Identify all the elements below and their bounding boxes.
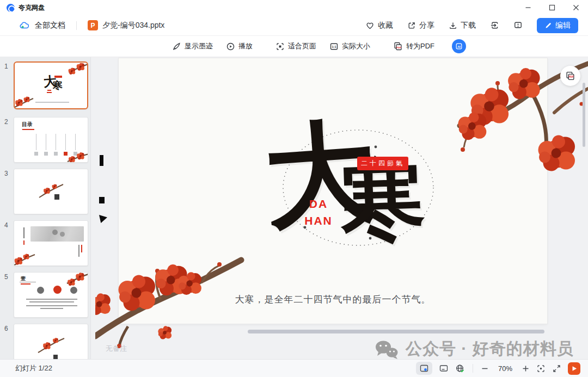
watermark-text: 公众号 · 好奇的材料员 bbox=[406, 338, 574, 359]
slide-thumbnail-3[interactable] bbox=[14, 169, 88, 214]
watermark: 公众号 · 好奇的材料员 bbox=[374, 338, 574, 359]
fit-page-button[interactable]: 适合页面 bbox=[275, 41, 316, 51]
play-circle-icon bbox=[226, 42, 235, 51]
viewer-toolbar: 显示墨迹 播放 适合页面 1:1 实际大小 bbox=[0, 36, 588, 57]
pinyin-da: DA bbox=[294, 195, 343, 212]
mini-vtext bbox=[78, 245, 79, 257]
all-docs-link[interactable]: 全部文档 bbox=[35, 21, 65, 30]
actual-size-button[interactable]: 1:1 实际大小 bbox=[329, 41, 370, 51]
actual-size-icon: 1:1 bbox=[329, 42, 339, 51]
play-slideshow-button[interactable]: 播放 bbox=[226, 41, 253, 51]
cloud-drive-icon bbox=[20, 21, 30, 30]
convert-pdf-icon: PDF bbox=[393, 41, 403, 51]
pptx-file-icon: P bbox=[88, 20, 98, 30]
mini-circle-red bbox=[53, 286, 62, 294]
thumb-number-2: 2 bbox=[4, 118, 8, 126]
mini-flower bbox=[38, 181, 64, 201]
panel-icon bbox=[419, 364, 429, 373]
slide-thumbnail-2[interactable]: 目录 bbox=[14, 117, 88, 163]
fullscreen-icon bbox=[552, 364, 561, 373]
thumb-number-3: 3 bbox=[4, 170, 8, 177]
thumb-number-4: 4 bbox=[4, 221, 8, 229]
slideshow-play-button[interactable] bbox=[568, 362, 580, 375]
fit-page-label: 适合页面 bbox=[288, 41, 316, 51]
translate-button[interactable] bbox=[455, 364, 465, 373]
favorite-label: 收藏 bbox=[378, 21, 393, 30]
pinyin-text: DA HAN bbox=[294, 195, 343, 229]
minimize-icon bbox=[525, 4, 531, 11]
save-to-drive-button[interactable] bbox=[490, 21, 499, 30]
pdf-icon-label: PDF bbox=[396, 46, 401, 49]
minimize-button[interactable] bbox=[516, 0, 540, 15]
ai-assistant-button[interactable]: AI bbox=[452, 39, 466, 53]
window-controls bbox=[516, 0, 588, 15]
fullscreen-button[interactable] bbox=[552, 364, 561, 373]
app-title: 夸克网盘 bbox=[19, 3, 45, 13]
zoom-out-button[interactable] bbox=[481, 364, 489, 373]
feedback-button[interactable] bbox=[513, 21, 523, 30]
mini-pinyin2 bbox=[47, 92, 52, 93]
convert-pdf-label: 转为PDF bbox=[406, 41, 434, 51]
close-button[interactable] bbox=[564, 0, 588, 15]
title-bar: 夸克网盘 bbox=[0, 0, 588, 15]
status-controls: 70% bbox=[416, 362, 580, 375]
slide-thumbnail-6[interactable] bbox=[14, 324, 88, 359]
download-button[interactable]: 下载 bbox=[449, 21, 476, 30]
slide-counter: 幻灯片 1/22 bbox=[15, 363, 52, 373]
globe-icon bbox=[455, 364, 465, 373]
notes-toggle-button[interactable] bbox=[439, 364, 449, 373]
wechat-icon bbox=[374, 339, 399, 359]
mini-col bbox=[75, 134, 76, 150]
show-ink-button[interactable]: 显示墨迹 bbox=[172, 41, 213, 51]
slide-thumbnail-5[interactable]: 壹 bbox=[14, 272, 88, 318]
thumb-number-5: 5 bbox=[4, 273, 8, 281]
minus-icon bbox=[481, 364, 489, 373]
actual-size-label: 实际大小 bbox=[342, 41, 370, 51]
convert-pdf-icon: PDF bbox=[565, 71, 575, 81]
status-divider bbox=[473, 364, 473, 373]
mini-flower-bottom-left bbox=[14, 95, 34, 109]
heart-icon bbox=[365, 21, 375, 30]
edit-button[interactable]: 编辑 bbox=[537, 18, 578, 33]
mini-col-cap bbox=[34, 152, 38, 156]
mini-flower bbox=[65, 149, 88, 163]
mini-toc-title: 目录 bbox=[22, 121, 33, 129]
share-button[interactable]: 分享 bbox=[407, 21, 434, 30]
slide-thumbnail-panel: 1 大 寒 2 目录 bbox=[0, 57, 91, 359]
mini-col-cap bbox=[54, 152, 58, 156]
favorite-button[interactable]: 收藏 bbox=[365, 21, 393, 30]
mini-circle-gray bbox=[37, 287, 44, 294]
mini-flower bbox=[63, 272, 88, 288]
maximize-button[interactable] bbox=[540, 0, 564, 15]
thumbnail-panel-toggle-button[interactable] bbox=[416, 362, 432, 375]
mini-subtitle-bar bbox=[35, 102, 69, 103]
edit-label: 编辑 bbox=[555, 21, 571, 30]
quark-logo-icon bbox=[7, 4, 15, 12]
mini-flower bbox=[14, 251, 36, 266]
mini-pinyin bbox=[47, 90, 51, 91]
clipped-artifact bbox=[100, 155, 103, 166]
file-name: 夕觉-编号034.pptx bbox=[102, 21, 164, 30]
vertical-scrollbar[interactable] bbox=[583, 83, 585, 147]
notes-empty-label: 无备注 bbox=[106, 344, 127, 354]
share-icon bbox=[407, 21, 416, 30]
mini-text-line bbox=[26, 305, 77, 306]
ai-icon: AI bbox=[455, 42, 463, 51]
convert-pdf-button[interactable]: PDF 转为PDF bbox=[393, 41, 434, 51]
plum-blossom-bottom-left bbox=[95, 250, 253, 348]
maximize-icon bbox=[549, 4, 555, 11]
fit-page-icon bbox=[275, 42, 285, 51]
pinyin-han: HAN bbox=[294, 212, 343, 229]
slide-thumbnail-1[interactable]: 大 寒 bbox=[14, 61, 88, 109]
mini-text-line bbox=[40, 308, 63, 309]
fit-screen-button[interactable] bbox=[536, 364, 546, 373]
share-label: 分享 bbox=[419, 21, 434, 30]
horizontal-scrollbar[interactable] bbox=[248, 330, 544, 333]
download-icon bbox=[449, 21, 457, 30]
plus-icon bbox=[522, 364, 530, 373]
slide-thumbnail-4[interactable] bbox=[14, 220, 88, 266]
convert-pdf-floating-button[interactable]: PDF bbox=[560, 66, 580, 86]
zoom-in-button[interactable] bbox=[522, 364, 530, 373]
mini-vseal bbox=[23, 240, 24, 245]
mini-col bbox=[46, 134, 46, 150]
